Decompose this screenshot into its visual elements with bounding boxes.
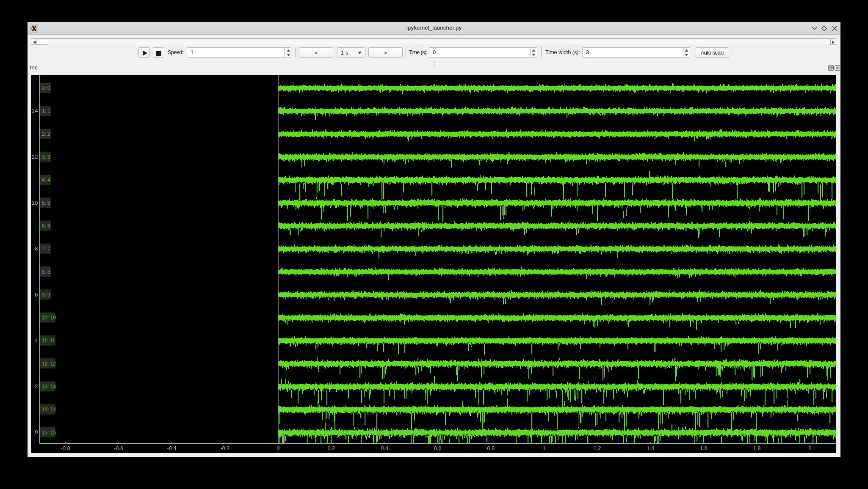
- svg-text:8: 8: 8: 8: [42, 269, 50, 275]
- svg-text:-0.6: -0.6: [114, 445, 123, 451]
- svg-text:6: 6: 6: 6: [42, 223, 50, 229]
- svg-text:0.6: 0.6: [434, 445, 442, 451]
- svg-text:2: 2: [808, 445, 811, 451]
- svg-text:0.8: 0.8: [487, 445, 495, 451]
- svg-text:10: 10: 10: 10: [42, 315, 56, 321]
- svg-text:9: 9: 9: 9: [42, 292, 50, 298]
- svg-text:-0.4: -0.4: [167, 445, 177, 451]
- svg-text:0: 0: [276, 445, 279, 451]
- svg-text:14: 14: [31, 107, 38, 114]
- svg-text:0.4: 0.4: [381, 445, 388, 451]
- svg-text:6: 6: [35, 291, 38, 298]
- svg-text:1.6: 1.6: [700, 445, 708, 451]
- svg-text:8: 8: [35, 245, 38, 252]
- svg-text:2: 2: [35, 383, 38, 390]
- svg-text:0: 0: 0: 0: [42, 85, 50, 91]
- svg-text:7: 7: 7: 7: [42, 246, 50, 252]
- svg-text:0.2: 0.2: [328, 445, 335, 451]
- svg-text:12: 12: 12: 12: [42, 361, 56, 367]
- svg-text:3: 3: 3: 3: [42, 154, 50, 160]
- svg-text:2: 2: 2: 2: [42, 131, 50, 137]
- svg-text:15: 15: 15: 15: [42, 430, 56, 436]
- svg-text:10: 10: [31, 200, 38, 206]
- svg-text:12: 12: [31, 154, 38, 160]
- svg-text:1: 1: 1: 1: [42, 108, 50, 114]
- svg-text:4: 4: 4: 4: [42, 177, 50, 183]
- svg-text:1.4: 1.4: [647, 445, 654, 451]
- svg-text:4: 4: [35, 337, 38, 343]
- svg-text:11: 11: 11: 11: [42, 338, 55, 343]
- svg-text:14: 14: 14: 14: [42, 407, 56, 412]
- svg-text:-0.2: -0.2: [220, 445, 229, 451]
- svg-text:-0.8: -0.8: [61, 445, 70, 451]
- svg-text:0: 0: [35, 429, 38, 435]
- svg-text:1: 1: [542, 445, 545, 451]
- svg-text:13: 13: 13: 13: [42, 384, 56, 390]
- svg-text:1.2: 1.2: [594, 445, 601, 451]
- svg-text:1.8: 1.8: [753, 445, 761, 451]
- svg-text:5: 5: 5: 5: [42, 200, 50, 206]
